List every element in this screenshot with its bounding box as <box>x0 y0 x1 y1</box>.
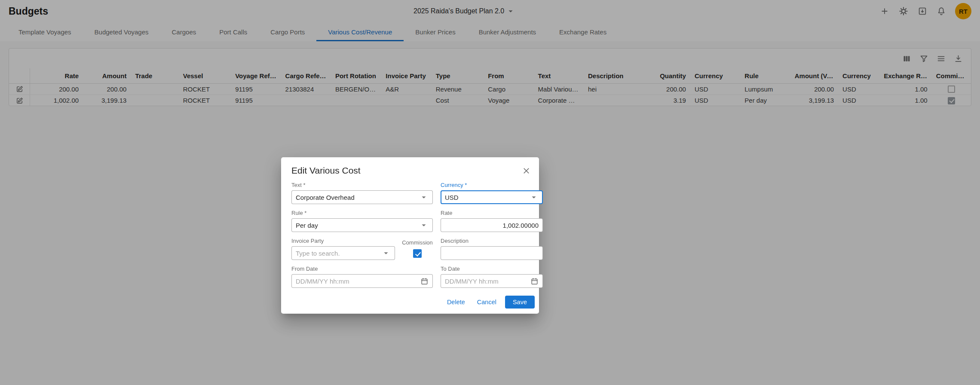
calendar-icon[interactable] <box>530 277 539 285</box>
save-button[interactable]: Save <box>505 296 535 309</box>
dialog-header: Edit Various Cost <box>281 157 539 180</box>
commission-label: Commission <box>402 239 433 246</box>
edit-various-cost-dialog: Edit Various Cost Text * Corporate Overh… <box>281 157 539 314</box>
currency-field: Currency * USD <box>441 182 543 204</box>
rule-select[interactable]: Per day <box>291 218 433 232</box>
dialog-commission-checkbox[interactable] <box>413 249 422 258</box>
text-field: Text * Corporate Overhead <box>291 182 433 204</box>
invoice-party-combobox[interactable] <box>291 246 395 260</box>
rate-field: Rate <box>441 210 543 232</box>
to-date-field: To Date <box>441 266 543 288</box>
close-icon[interactable] <box>520 165 532 177</box>
dialog-actions: Delete Cancel Save <box>281 288 539 314</box>
rate-input[interactable] <box>445 222 539 229</box>
description-control <box>441 246 543 260</box>
text-field-label: Text * <box>291 182 433 188</box>
text-select-value: Corporate Overhead <box>296 194 419 201</box>
commission-field: Commission <box>402 239 433 260</box>
currency-field-label: Currency * <box>441 182 543 188</box>
currency-select[interactable]: USD <box>441 190 543 204</box>
invoice-party-input[interactable] <box>296 250 381 257</box>
chevron-down-icon <box>529 192 539 202</box>
from-date-input[interactable] <box>296 278 420 285</box>
invoice-party-label: Invoice Party <box>291 238 395 244</box>
delete-button[interactable]: Delete <box>444 296 469 308</box>
chevron-down-icon <box>381 248 391 258</box>
text-select[interactable]: Corporate Overhead <box>291 190 433 204</box>
to-date-label: To Date <box>441 266 543 272</box>
currency-select-value: USD <box>445 194 529 201</box>
invoice-party-field: Invoice Party <box>291 238 395 260</box>
description-field: Description <box>441 238 543 260</box>
description-input[interactable] <box>445 250 539 257</box>
from-date-label: From Date <box>291 266 433 272</box>
rule-select-value: Per day <box>296 222 419 229</box>
rate-control <box>441 218 543 232</box>
rule-field: Rule * Per day <box>291 210 433 232</box>
rate-field-label: Rate <box>441 210 543 216</box>
dialog-body: Text * Corporate Overhead Currency * USD <box>281 180 539 288</box>
dialog-title: Edit Various Cost <box>291 165 361 176</box>
calendar-icon[interactable] <box>420 277 429 285</box>
to-date-input[interactable] <box>445 278 530 285</box>
chevron-down-icon <box>419 192 429 202</box>
invoice-commission-row: Invoice Party Commission <box>291 238 433 260</box>
rule-field-label: Rule * <box>291 210 433 216</box>
description-label: Description <box>441 238 543 244</box>
from-date-field: From Date <box>291 266 433 288</box>
to-date-control <box>441 274 543 288</box>
from-date-control <box>291 274 433 288</box>
chevron-down-icon <box>419 220 429 230</box>
cancel-button[interactable]: Cancel <box>474 296 500 308</box>
